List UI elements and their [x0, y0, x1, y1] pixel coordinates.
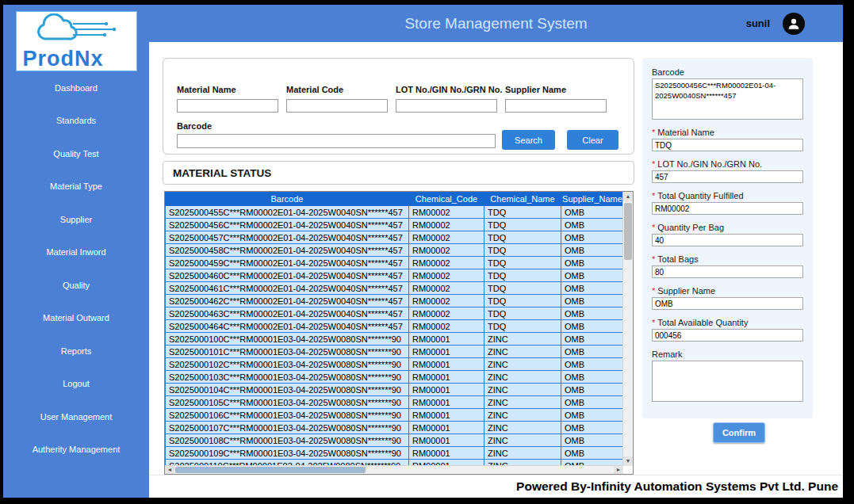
- barcode-field[interactable]: [652, 78, 803, 120]
- table-row[interactable]: S2025000457C***RM00002E01-04-2025W0040SN…: [166, 231, 624, 244]
- lot-no-gin-no-grn-no-field[interactable]: [652, 170, 803, 183]
- table-row[interactable]: S2025000459C***RM00002E01-04-2025W0040SN…: [166, 257, 624, 269]
- brand-name: ProdNx: [23, 47, 130, 71]
- quantity-per-bag-field[interactable]: [652, 234, 803, 246]
- table-row[interactable]: S2025000455C***RM00002E01-04-2025W0040SN…: [166, 206, 624, 219]
- required-asterisk: *: [652, 286, 655, 296]
- table-cell: OMB: [561, 231, 624, 244]
- table-row[interactable]: S2025000101C***RM00001E03-04-2025W0080SN…: [166, 346, 624, 358]
- sidebar-item-material-outward[interactable]: Material Outward: [3, 302, 149, 335]
- supplier-name-input[interactable]: [505, 99, 607, 113]
- horizontal-scroll-thumb[interactable]: [175, 467, 366, 473]
- sidebar-item-standards[interactable]: Standards: [3, 105, 149, 138]
- horizontal-scrollbar[interactable]: ◄ ►: [165, 465, 623, 474]
- sidebar-item-quality-test[interactable]: Quality Test: [3, 137, 149, 170]
- total-bags-field[interactable]: [652, 265, 803, 278]
- barcode-search-input[interactable]: [177, 134, 496, 148]
- sidebar-item-logout[interactable]: Logout: [3, 368, 149, 401]
- table-row[interactable]: S2025000462C***RM00002E01-04-2025W0040SN…: [166, 295, 624, 307]
- table-cell: ZINC: [484, 434, 561, 447]
- table-cell: S2025000462C***RM00002E01-04-2025W0040SN…: [166, 295, 409, 307]
- table-row[interactable]: S2025000104C***RM00001E03-04-2025W0080SN…: [166, 384, 624, 396]
- search-field: LOT No./GIN No./GRN No.: [396, 85, 505, 113]
- footer-bar: Powered By-Infinity Automation Systems P…: [149, 475, 843, 498]
- material-code-label: Material Code: [286, 85, 396, 94]
- table-row[interactable]: S2025000463C***RM00002E01-04-2025W0040SN…: [166, 307, 624, 320]
- column-header-supplier-name[interactable]: Supplier_Name: [561, 193, 624, 206]
- sidebar-item-quality[interactable]: Quality: [3, 269, 149, 302]
- scroll-up-icon[interactable]: ▲: [623, 192, 633, 201]
- table-row[interactable]: S2025000105C***RM00001E03-04-2025W0080SN…: [166, 396, 624, 409]
- table-cell: OMB: [561, 396, 624, 409]
- sidebar-item-reports[interactable]: Reports: [3, 334, 149, 368]
- clear-button[interactable]: Clear: [567, 130, 618, 150]
- required-asterisk: *: [652, 254, 655, 264]
- sidebar-item-material-type[interactable]: Material Type: [3, 170, 149, 204]
- table-cell: OMB: [561, 269, 624, 282]
- material-name-field[interactable]: [652, 139, 803, 151]
- search-panel: Material NameMaterial CodeLOT No./GIN No…: [163, 58, 634, 155]
- table-cell: OMB: [561, 333, 624, 346]
- sidebar-item-dashboard[interactable]: Dashboard: [3, 71, 149, 105]
- lot-no-gin-no-grn-no-label: LOT No./GIN No./GRN No.: [396, 85, 505, 94]
- table-row[interactable]: S2025000108C***RM00001E03-04-2025W0080SN…: [166, 434, 624, 447]
- table-cell: S2025000460C***RM00002E01-04-2025W0040SN…: [166, 269, 409, 282]
- vertical-scroll-thumb[interactable]: [624, 203, 632, 260]
- table-cell: S2025000456C***RM00002E01-04-2025W0040SN…: [166, 219, 409, 231]
- vertical-scrollbar[interactable]: ▲ ▼: [622, 192, 633, 466]
- logo: ProdNx: [16, 11, 137, 71]
- sidebar-item-autherity-management[interactable]: Autherity Management: [3, 433, 149, 467]
- column-header-barcode[interactable]: Barcode: [166, 193, 409, 206]
- main-column: Store Management System sunil Material N…: [149, 5, 843, 498]
- table-cell: TDQ: [484, 320, 561, 333]
- search-button[interactable]: Search: [502, 130, 555, 150]
- table-row[interactable]: S2025000109C***RM00001E03-04-2025W0080SN…: [166, 447, 624, 460]
- table-cell: S2025000105C***RM00001E03-04-2025W0080SN…: [166, 396, 409, 409]
- table-row[interactable]: S2025000456C***RM00002E01-04-2025W0040SN…: [166, 219, 624, 231]
- table-cell: ZINC: [484, 358, 561, 371]
- scroll-down-icon[interactable]: ▼: [623, 456, 633, 466]
- table-cell: S2025000464C***RM00002E01-04-2025W0040SN…: [166, 320, 409, 333]
- scroll-right-icon[interactable]: ►: [614, 466, 623, 474]
- table-row[interactable]: S2025000106C***RM00001E03-04-2025W0080SN…: [166, 409, 624, 422]
- table-row[interactable]: S2025000464C***RM00002E01-04-2025W0040SN…: [166, 320, 624, 333]
- sidebar-item-material-inword[interactable]: Material Inword: [3, 236, 149, 269]
- column-header-chemical-code[interactable]: Chemical_Code: [409, 193, 484, 206]
- confirm-button[interactable]: Confirm: [713, 422, 765, 443]
- supplier-name-field[interactable]: [652, 297, 803, 310]
- table-row[interactable]: S2025000102C***RM00001E03-04-2025W0080SN…: [166, 358, 624, 371]
- detail-field: Barcode: [652, 67, 803, 120]
- lot-no-gin-no-grn-no-input[interactable]: [396, 99, 497, 113]
- table-cell: ZINC: [484, 447, 561, 460]
- table-cell: RM00001: [409, 434, 484, 447]
- table-row[interactable]: S2025000100C***RM00001E03-04-2025W0080SN…: [166, 333, 624, 346]
- sidebar-item-supplier[interactable]: Supplier: [3, 203, 149, 236]
- table-row[interactable]: S2025000458C***RM00002E01-04-2025W0040SN…: [166, 244, 624, 257]
- remark-label: Remark: [652, 349, 803, 359]
- material-code-input[interactable]: [286, 99, 388, 113]
- table-row[interactable]: S2025000461C***RM00002E01-04-2025W0040SN…: [166, 282, 624, 295]
- table-cell: ZINC: [484, 384, 561, 396]
- table-cell: ZINC: [484, 371, 561, 384]
- required-asterisk: *: [652, 223, 655, 232]
- column-header-chemical-name[interactable]: Chemical_Name: [484, 193, 561, 206]
- user-avatar[interactable]: [783, 13, 805, 35]
- scroll-left-icon[interactable]: ◄: [165, 466, 174, 474]
- sidebar-item-user-management[interactable]: User Management: [3, 400, 149, 433]
- remark-field[interactable]: [652, 361, 803, 402]
- table-row[interactable]: S2025000103C***RM00001E03-04-2025W0080SN…: [166, 371, 624, 384]
- total-quantity-fulfilled-field[interactable]: [652, 202, 803, 215]
- table-cell: OMB: [561, 346, 624, 358]
- table-cell: RM00002: [409, 244, 484, 257]
- total-available-quantity-field[interactable]: [652, 329, 803, 342]
- table-cell: RM00001: [409, 371, 484, 384]
- table-cell: S2025000108C***RM00001E03-04-2025W0080SN…: [166, 434, 409, 447]
- material-name-input[interactable]: [177, 99, 278, 113]
- table-row[interactable]: S2025000107C***RM00001E03-04-2025W0080SN…: [166, 422, 624, 434]
- table-cell: TDQ: [484, 219, 561, 231]
- table-row[interactable]: S2025000460C***RM00002E01-04-2025W0040SN…: [166, 269, 624, 282]
- detail-field: *Quantity Per Bag: [652, 223, 803, 246]
- app-window: ProdNx DashboardStandardsQuality TestMat…: [3, 5, 843, 498]
- search-field: Material Code: [286, 85, 396, 113]
- table-cell: RM00001: [409, 384, 484, 396]
